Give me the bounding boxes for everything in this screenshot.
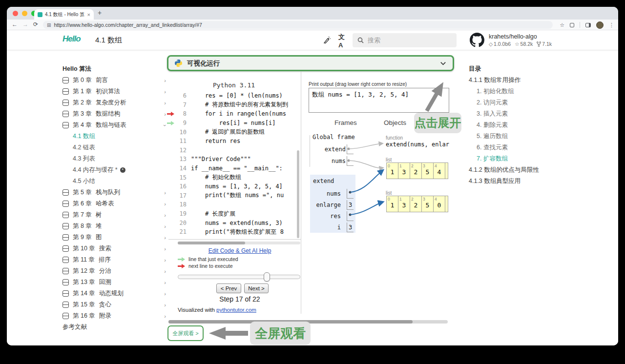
back-icon[interactable]: ← [12, 21, 18, 28]
sidebar-item-appendix[interactable]: 第 16 章附录› [62, 310, 166, 322]
sidebar-item-array[interactable]: 第 4 章数组与链表› [62, 120, 166, 131]
step-slider[interactable] [178, 275, 300, 279]
menu-kebab-icon[interactable]: ⋮ [609, 22, 614, 28]
sidebar-item-complexity[interactable]: 第 2 章复杂度分析› [62, 97, 166, 108]
line-number: 17 [176, 192, 187, 199]
tab-close-icon[interactable]: × [87, 12, 90, 18]
bookmark-star-icon[interactable]: ☆ [560, 22, 564, 28]
sidebar-item-divide[interactable]: 第 12 章分治› [62, 265, 166, 277]
sidebar-item-tree[interactable]: 第 7 章树› [62, 209, 166, 221]
sidebar-item-stack[interactable]: 第 5 章栈与队列› [62, 187, 166, 198]
appendix-icon [62, 313, 69, 319]
chapter-title: 栈与队列 [96, 188, 120, 197]
search-input[interactable]: 搜索 [353, 33, 457, 47]
toc-item[interactable]: 2. 访问元素 [469, 97, 573, 108]
code-divider [168, 239, 301, 240]
sidebar-subitem[interactable]: 4.1 数组 [62, 131, 166, 142]
chevron-right-icon[interactable]: › [164, 313, 166, 319]
chevron-right-icon[interactable]: › [164, 235, 166, 241]
chevron-right-icon[interactable]: › [164, 268, 166, 274]
step-slider-thumb[interactable] [264, 272, 270, 282]
address-bar[interactable]: ⊞ https://www.hello-algo.com/chapter_arr… [43, 21, 553, 29]
sidebar-item-structure[interactable]: 第 3 章数据结构› [62, 108, 166, 120]
chevron-right-icon[interactable]: › [164, 246, 166, 252]
toc-item[interactable]: 4.1.3 数组典型应用 [469, 176, 573, 187]
sidebar-site-title[interactable]: Hello 算法 [62, 63, 166, 75]
reload-icon[interactable]: ⟳ [33, 21, 38, 28]
side-panel-icon[interactable] [585, 23, 591, 27]
legend-arrow-icon [178, 262, 186, 270]
extensions-icon[interactable] [570, 23, 574, 27]
next-button[interactable]: Next > [244, 283, 269, 293]
chapter-number: 第 8 章 [73, 222, 92, 230]
new-badge-icon: * [120, 167, 125, 173]
stack-icon [62, 189, 69, 196]
chevron-right-icon[interactable]: › [164, 223, 166, 229]
line-text: # 初始化数组 [191, 173, 241, 182]
chevron-down-icon[interactable] [439, 60, 447, 67]
sidebar-item-book[interactable]: 第 0 章前言› [62, 75, 166, 86]
chevron-right-icon[interactable]: › [164, 111, 166, 117]
sidebar-subitem[interactable]: 4.4 内存与缓存 ** [62, 164, 166, 176]
sidebar-item-greedy[interactable]: 第 15 章贪心› [62, 299, 166, 310]
pythontutor-link[interactable]: pythontutor.com [216, 307, 256, 313]
new-tab-button[interactable]: + [98, 9, 102, 17]
sidebar-item-search-chapter[interactable]: 第 10 章搜索› [62, 243, 166, 254]
close-window-button[interactable] [13, 11, 18, 16]
sidebar-item-dp[interactable]: 第 14 章动态规划› [62, 288, 166, 299]
sidebar-item-backtrack[interactable]: 第 13 章回溯› [62, 277, 166, 288]
toc-item[interactable]: 6. 查找元素 [469, 142, 573, 153]
url-text: https://www.hello-algo.com/chapter_array… [54, 22, 202, 28]
sidebar-item-sort[interactable]: 第 11 章排序› [62, 254, 166, 265]
chevron-right-icon[interactable]: › [164, 89, 166, 95]
translate-icon[interactable]: 文A [338, 35, 349, 46]
toc-item[interactable]: 7. 扩容数组 [469, 153, 573, 164]
chevron-right-icon[interactable]: › [164, 302, 166, 308]
chevron-right-icon[interactable]: › [164, 190, 166, 196]
chevron-right-icon[interactable]: › [164, 100, 166, 106]
toc-item[interactable]: 4.1.1 数组常用操作 [469, 75, 573, 86]
search-chapter-icon [62, 245, 69, 252]
sidebar-item-references[interactable]: 参考文献 [62, 322, 166, 333]
profile-avatar[interactable] [596, 21, 604, 29]
chevron-right-icon[interactable]: › [164, 212, 166, 218]
toc-item[interactable]: 3. 插入元素 [469, 108, 573, 120]
fullscreen-link[interactable]: 全屏观看 > [167, 325, 204, 341]
chevron-right-icon[interactable]: › [164, 280, 166, 285]
line-text: res[i] = nums[i] [191, 120, 275, 126]
theme-toggle-icon[interactable] [321, 35, 332, 46]
sidebar-item-algo[interactable]: 第 1 章初识算法› [62, 86, 166, 97]
browser-tab[interactable]: 4.1 数组 - Hello 算法 × [34, 9, 94, 20]
toc-item[interactable]: 4.1.2 数组的优点与局限性 [469, 164, 573, 176]
toc-item[interactable]: 4. 删除元素 [469, 120, 573, 131]
line-text: print("数组 nums =", nu [191, 191, 284, 200]
prev-button[interactable]: < Prev [216, 283, 241, 293]
chevron-right-icon[interactable]: › [164, 291, 166, 297]
forward-icon[interactable]: → [22, 21, 28, 28]
site-settings-icon[interactable]: ⊞ [47, 22, 51, 28]
chevron-right-icon[interactable]: › [164, 78, 166, 83]
line-number: 19 [176, 210, 187, 217]
chevron-right-icon[interactable]: › [164, 257, 166, 263]
toc-item[interactable]: 1. 初始化数组 [469, 86, 573, 97]
red-exec-arrow-icon [167, 112, 176, 116]
sidebar-subitem[interactable]: 4.5 小结 [62, 176, 166, 187]
code-horizontal-scrollbar-thumb[interactable] [178, 242, 245, 244]
chapter-title: 图 [96, 233, 102, 242]
sidebar-item-hash[interactable]: 第 6 章哈希表› [62, 198, 166, 209]
chevron-right-icon[interactable]: › [164, 201, 166, 207]
minimize-window-button[interactable] [22, 11, 27, 16]
sidebar-item-heap[interactable]: 第 8 章堆› [62, 221, 166, 232]
site-logo[interactable]: Hello [62, 34, 81, 44]
code-vertical-scrollbar[interactable] [297, 150, 299, 238]
chapter-title: 排序 [99, 256, 111, 264]
sidebar-item-graph[interactable]: 第 9 章图› [62, 232, 166, 243]
sidebar-subitem[interactable]: 4.3 列表 [62, 153, 166, 164]
viz-collapse-header[interactable]: 可视化运行 [167, 55, 454, 71]
chapter-title: 分治 [99, 267, 111, 275]
edit-code-link[interactable]: Edit Code & Get AI Help [167, 247, 312, 254]
github-repo-link[interactable]: krahets/hello-algo ◇1.0.0b6 ☆58.2k 7.1k [470, 33, 552, 47]
sidebar-subitem[interactable]: 4.2 链表 [62, 142, 166, 153]
toc-item[interactable]: 5. 遍历数组 [469, 131, 573, 142]
toc-item-label: 4. 删除元素 [477, 121, 508, 129]
